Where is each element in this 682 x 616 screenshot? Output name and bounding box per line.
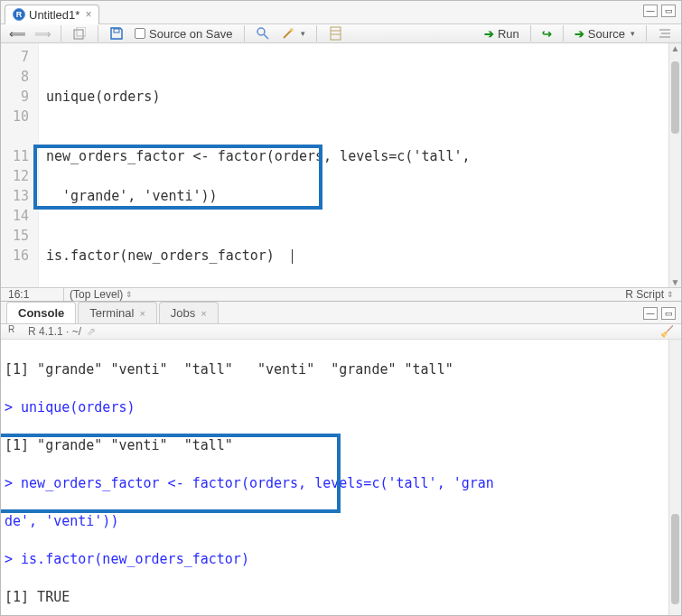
svg-line-4: [264, 34, 268, 39]
console-line: > unique(orders): [5, 398, 676, 417]
source-label: Source: [588, 27, 625, 41]
updown-icon: ⇕: [126, 290, 133, 299]
arrow-left-icon: ⟸: [10, 26, 24, 41]
outline-icon: [658, 26, 672, 41]
close-tab-icon[interactable]: ×: [83, 8, 91, 21]
scroll-thumb[interactable]: [671, 514, 679, 604]
run-arrow-icon: ➔: [484, 27, 494, 41]
compile-report-button[interactable]: [324, 24, 346, 42]
console-output[interactable]: [1] "grande" "venti" "tall" "venti" "gra…: [1, 340, 681, 615]
file-type-selector[interactable]: R Script ⇕: [625, 288, 674, 301]
r-version-label: R 4.1.1 · ~/: [28, 325, 81, 338]
scroll-thumb[interactable]: [671, 61, 679, 134]
minimize-pane-icon[interactable]: —: [643, 5, 658, 17]
close-tab-icon[interactable]: ×: [139, 308, 145, 319]
code-line: unique(orders): [46, 87, 676, 107]
source-arrow-icon: ➔: [575, 27, 584, 41]
pane-controls: — ▭: [643, 5, 676, 17]
close-tab-icon[interactable]: ×: [201, 308, 206, 319]
line-number: [1, 126, 29, 146]
checkbox-icon: [135, 28, 145, 39]
arrow-right-icon: ⟹: [35, 26, 50, 41]
maximize-pane-icon[interactable]: ▭: [661, 307, 676, 320]
maximize-pane-icon[interactable]: ▭: [661, 5, 676, 17]
clear-console-icon[interactable]: 🧹: [660, 325, 674, 338]
file-type-label: R Script: [625, 288, 664, 301]
tab-label: Jobs: [171, 306, 195, 320]
console-pane: Console Terminal× Jobs× — ▭ R R 4.1.1 · …: [1, 301, 681, 615]
scroll-down-icon[interactable]: ▼: [669, 277, 681, 287]
code-line: new_orders_factor <- factor(orders, leve…: [46, 146, 676, 166]
line-number: 13: [1, 186, 29, 206]
svg-rect-6: [331, 27, 341, 40]
editor-tab-untitled[interactable]: R Untitled1* ×: [5, 5, 99, 24]
source-on-save-label: Source on Save: [149, 27, 233, 41]
editor-toolbar: ⟸ ⟹ Source on Save ▾ ➔ Run: [1, 24, 681, 43]
popout-icon[interactable]: ⇗: [87, 325, 96, 338]
cursor-position: 16:1: [8, 288, 58, 301]
run-label: Run: [498, 27, 519, 41]
rstudio-window: R Untitled1* × — ▭ ⟸ ⟹ Source on Save: [0, 0, 682, 616]
text-cursor-icon: [292, 249, 293, 264]
code-tools-button[interactable]: ▾: [277, 24, 309, 42]
scope-label: (Top Level): [70, 288, 123, 301]
console-line: [1] TRUE: [5, 588, 676, 607]
line-number: 12: [1, 166, 29, 186]
minimize-pane-icon[interactable]: —: [643, 307, 658, 320]
chevron-down-icon: ▾: [299, 29, 305, 38]
save-button[interactable]: [106, 24, 127, 42]
wand-icon: [281, 26, 295, 41]
code-line: is.factor(new_orders_factor): [46, 246, 676, 266]
console-tabs-bar: Console Terminal× Jobs× — ▭: [1, 302, 681, 324]
console-line: [1] "grande" "venti" "tall" "venti" "gra…: [5, 360, 676, 379]
save-icon: [109, 26, 124, 41]
rerun-button[interactable]: ↪: [538, 25, 556, 42]
source-button[interactable]: ➔ Source ▾: [571, 25, 639, 42]
source-editor: 7 8 9 10 11 12 13 14 15 16 unique(orders…: [1, 43, 681, 301]
pane-controls: — ▭: [643, 307, 676, 320]
popout-icon: [72, 26, 87, 41]
console-line: [1] "grande" "venti" "tall": [5, 436, 676, 455]
tab-label: Terminal: [89, 306, 134, 320]
rerun-icon: ↪: [542, 27, 552, 41]
svg-rect-0: [74, 30, 83, 39]
run-button[interactable]: ➔ Run: [481, 25, 523, 42]
line-number: 16: [1, 246, 29, 266]
tab-label: Console: [18, 306, 64, 320]
line-number: 10: [1, 107, 29, 126]
show-in-new-window-button[interactable]: [69, 24, 90, 42]
nav-back-button[interactable]: ⟸: [6, 24, 28, 42]
scope-selector[interactable]: (Top Level) ⇕: [70, 288, 133, 301]
find-button[interactable]: [252, 24, 274, 42]
r-file-icon: R: [13, 8, 25, 21]
line-number: 9: [1, 87, 29, 107]
source-on-save-toggle[interactable]: Source on Save: [131, 25, 237, 42]
editor-scrollbar-vertical[interactable]: ▲ ▼: [668, 43, 681, 287]
svg-point-3: [257, 28, 265, 35]
line-number: 11: [1, 146, 29, 166]
nav-forward-button[interactable]: ⟹: [32, 24, 53, 42]
line-number: 8: [1, 67, 29, 87]
line-number: 14: [1, 206, 29, 226]
line-gutter: 7 8 9 10 11 12 13 14 15 16: [1, 43, 39, 287]
line-number: 15: [1, 226, 29, 246]
editor-tabs-bar: R Untitled1* × — ▭: [1, 1, 681, 24]
code-area[interactable]: unique(orders) new_orders_factor <- fact…: [39, 43, 681, 287]
tab-console[interactable]: Console: [6, 302, 76, 323]
console-line: de', 'venti')): [5, 512, 676, 531]
svg-rect-1: [77, 27, 86, 36]
editor-status-bar: 16:1 (Top Level) ⇕ R Script ⇕: [1, 287, 681, 301]
outline-button[interactable]: [654, 24, 676, 42]
tab-jobs[interactable]: Jobs×: [159, 302, 219, 323]
tab-terminal[interactable]: Terminal×: [78, 302, 157, 323]
search-icon: [256, 26, 270, 41]
svg-rect-2: [114, 29, 119, 33]
console-line: > new_orders_factor <- factor(orders, le…: [5, 474, 676, 493]
notebook-icon: [328, 26, 342, 41]
console-scrollbar-vertical[interactable]: [668, 340, 681, 615]
r-logo-icon: R: [8, 324, 23, 339]
line-number: 7: [1, 47, 29, 67]
chevron-down-icon: ▾: [629, 29, 635, 38]
console-header: R R 4.1.1 · ~/ ⇗ 🧹: [1, 324, 681, 340]
scroll-up-icon[interactable]: ▲: [669, 43, 681, 53]
